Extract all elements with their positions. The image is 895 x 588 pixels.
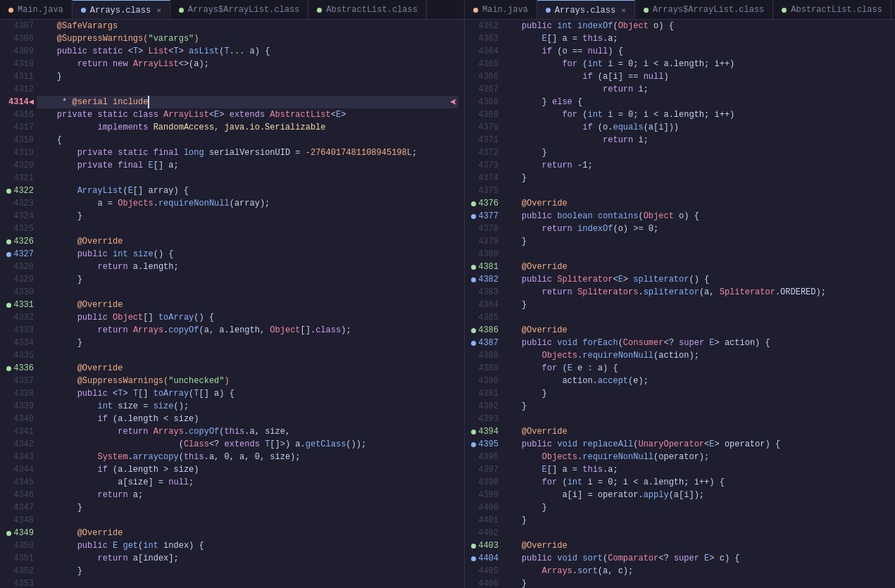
code-line (37, 514, 458, 527)
tab-abstractlist-left[interactable]: AbstractList.class (308, 0, 427, 19)
code-line: return i; (501, 134, 889, 146)
code-line: } (501, 400, 889, 413)
code-line: public Object[] toArray() { (37, 311, 458, 324)
code-line: return a.length; (37, 261, 458, 273)
code-line: E[] a = this.a; (501, 32, 889, 45)
tab-main-java-left[interactable]: Main.java (0, 0, 73, 19)
tab-dot (473, 8, 478, 13)
code-line: return a; (37, 489, 458, 501)
code-line: (Class<? extends T[]>) a.getClass()); (37, 438, 458, 451)
code-line: public int size() { (37, 248, 458, 261)
code-line: return -1; (501, 159, 889, 172)
code-line (37, 349, 458, 362)
code-line: } (37, 70, 458, 83)
code-line: for (int i = 0; i < a.length; i++) { (501, 476, 889, 489)
code-line: } (37, 565, 458, 577)
code-line (501, 248, 889, 261)
code-line: } (501, 514, 889, 527)
tab-arrays-class-right[interactable]: Arrays.class ✕ (537, 0, 635, 19)
code-line: action.accept(e); (501, 375, 889, 387)
tab-label: Main.java (18, 5, 63, 15)
code-line: int size = size(); (37, 400, 458, 413)
code-line: private final E[] a; (37, 159, 458, 172)
code-line: @SuppressWarnings("unchecked") (37, 375, 458, 387)
code-line: private static final long serialVersionU… (37, 146, 458, 159)
code-line: public E get(int index) { (37, 539, 458, 552)
code-content-left[interactable]: @SafeVarargs @SuppressWarnings("varargs"… (37, 20, 464, 588)
code-line: a = Objects.requireNonNull(array); (37, 197, 458, 210)
code-line: @SafeVarargs (37, 20, 458, 32)
code-line (37, 286, 458, 299)
tab-dot (81, 8, 86, 13)
code-line: for (int i = 0; i < a.length; i++) (501, 108, 889, 121)
code-line: implements RandomAccess, java.io.Seriali… (37, 121, 458, 134)
code-line (501, 527, 889, 539)
tab-label: Arrays$ArrayList.class (188, 5, 299, 15)
code-line: @Override (37, 235, 458, 248)
code-line: @Override (37, 362, 458, 375)
code-line: private static class ArrayList<E> extend… (37, 108, 458, 121)
code-line: return Spliterators.spliterator(a, Split… (501, 286, 889, 299)
code-line: } else { (501, 96, 889, 108)
code-line: public void sort(Comparator<? super E> c… (501, 552, 889, 565)
line-numbers-left: 4307 4308 4309 4310 4311 4312 4314◀ 4316… (0, 20, 37, 588)
editor-root: Main.java Arrays.class ✕ Arrays$ArrayLis… (0, 0, 895, 588)
tab-dot (644, 8, 649, 13)
code-line: return Arrays.copyOf(a, a.length, Object… (37, 324, 458, 337)
line-numbers-right: 4362 4363 4364 4365 4366 4367 4368 4369 … (469, 20, 501, 588)
tab-dot (317, 8, 322, 13)
tab-label: Main.java (482, 5, 528, 15)
code-line (37, 172, 458, 184)
code-line: @Override (501, 197, 889, 210)
code-content-right[interactable]: public int indexOf(Object o) { E[] a = t… (501, 20, 895, 588)
code-line: if (o.equals(a[i])) (501, 121, 889, 134)
code-line: Objects.requireNonNull(action); (501, 349, 889, 362)
tab-label: Arrays.class (90, 6, 151, 15)
code-line: System.arraycopy(this.a, 0, a, 0, size); (37, 451, 458, 463)
code-line: public int indexOf(Object o) { (501, 20, 889, 32)
tab-dot (179, 8, 184, 13)
code-line: } (501, 387, 889, 400)
tab-arrays-arraylist-right[interactable]: Arrays$ArrayList.class (635, 0, 773, 19)
code-line: return indexOf(o) >= 0; (501, 223, 889, 235)
code-line: } (501, 172, 889, 184)
code-line: } (501, 577, 889, 588)
tab-arrays-class-left[interactable]: Arrays.class ✕ (73, 0, 170, 19)
code-line: public Spliterator<E> spliterator() { (501, 273, 889, 286)
tab-dot (782, 8, 787, 13)
code-line (37, 577, 458, 588)
code-line: ArrayList(E[] array) { (37, 184, 458, 197)
tab-main-java-right[interactable]: Main.java (465, 0, 537, 19)
code-line: @Override (37, 299, 458, 311)
code-line: public void replaceAll(UnaryOperator<E> … (501, 438, 889, 451)
code-line: } (501, 501, 889, 514)
code-line: return i; (501, 83, 889, 96)
code-line: } (501, 146, 889, 159)
code-line: public void forEach(Consumer<? super E> … (501, 337, 889, 349)
code-line: } (501, 235, 889, 248)
tab-dot (546, 8, 551, 13)
code-line: if (o == null) { (501, 45, 889, 58)
code-line: a[size] = null; (37, 476, 458, 489)
tab-arrays-arraylist-left[interactable]: Arrays$ArrayList.class (170, 0, 308, 19)
code-line: @SuppressWarnings("varargs") (37, 32, 458, 45)
code-line (501, 311, 889, 324)
code-line: E[] a = this.a; (501, 463, 889, 476)
code-line: } (501, 299, 889, 311)
code-line: public boolean contains(Object o) { (501, 210, 889, 223)
tab-close-icon[interactable]: ✕ (621, 6, 626, 15)
code-line: for (E e : a) { (501, 362, 889, 375)
code-line: @Override (501, 324, 889, 337)
code-line: Arrays.sort(a, c); (501, 565, 889, 577)
tab-label: Arrays$ArrayList.class (653, 5, 764, 15)
tab-label: AbstractList.class (791, 5, 882, 15)
code-line: if (a.length > size) (37, 463, 458, 476)
tab-abstractlist-right[interactable]: AbstractList.class (773, 0, 891, 19)
tab-close-icon[interactable]: ✕ (156, 6, 161, 15)
code-line (37, 83, 458, 96)
code-line (37, 223, 458, 235)
code-line: return new ArrayList<>(a); (37, 58, 458, 70)
code-line: @Override (501, 539, 889, 552)
tab-dot (8, 8, 13, 13)
code-line: if (a[i] == null) (501, 70, 889, 83)
